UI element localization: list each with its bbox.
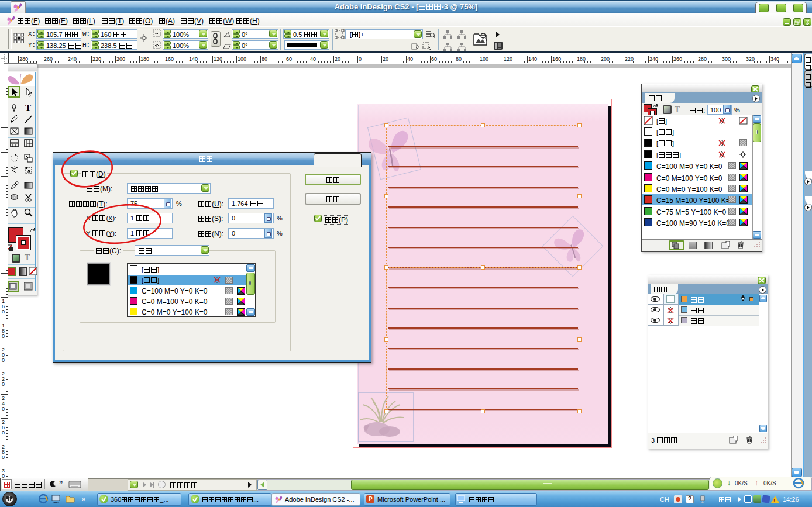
svg-text:T: T [25, 103, 31, 112]
